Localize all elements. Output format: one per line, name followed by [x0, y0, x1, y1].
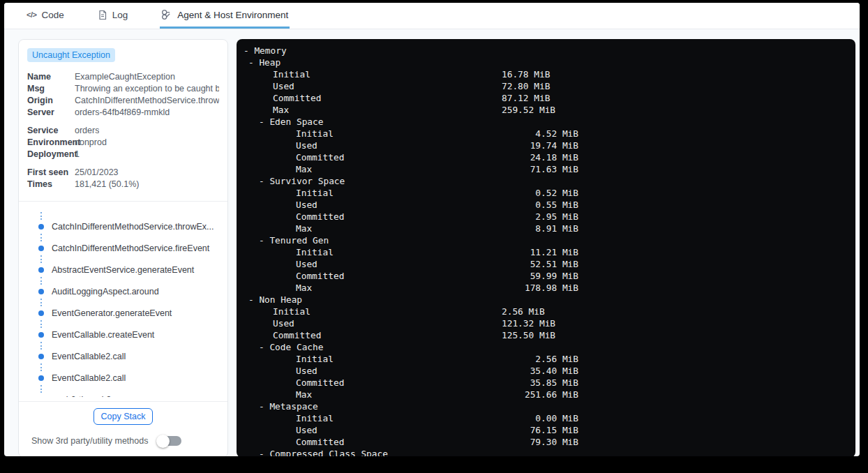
tree-value: 178.98 MiB — [502, 282, 578, 294]
tree-label: - Code Cache — [237, 342, 323, 352]
tab[interactable]: Log — [96, 3, 130, 29]
connector-dots-icon — [27, 275, 219, 287]
stack-frame-item: → EventCallable2.call — [27, 361, 219, 383]
field-value: Throwing an exception to be caught by a … — [75, 83, 219, 95]
field-value: CatchInDifferentMethodService.throwExcep — [75, 95, 219, 107]
tree-label: Initial — [237, 188, 334, 198]
tree-row: Initial 16.78 MiB — [237, 68, 855, 80]
stack-frame[interactable]: → CatchInDifferentMethodService.throwEx.… — [27, 222, 219, 232]
tree-value: 52.51 MiB — [502, 258, 578, 270]
field-row: First seen 25/01/2023 — [27, 167, 219, 179]
field-row: Origin CatchInDifferentMethodService.thr… — [27, 95, 219, 107]
stack-frame[interactable]: → AbstractEventService.generateEvent — [27, 265, 219, 275]
tree-row: Initial 0.00 MiB — [237, 412, 855, 424]
tree-row: Used 76.15 MiB — [237, 424, 855, 436]
tree-value: 79.30 MiB — [502, 436, 578, 448]
tree-label: Used — [237, 259, 317, 269]
tree-row: Used 35.40 MiB — [237, 365, 855, 377]
stack-frame[interactable]: → AuditLoggingAspect.around — [27, 287, 219, 296]
field-value: nonprod — [75, 137, 107, 149]
tree-row: Max 251.66 MiB — [237, 389, 855, 400]
field-value: ExampleCaughtException — [75, 71, 175, 83]
connector-dots-icon — [27, 232, 219, 243]
field-label: First seen — [27, 167, 75, 179]
field-label: Origin — [27, 95, 75, 107]
tree-row: Committed 79.30 MiB — [237, 436, 855, 448]
tree-value: 11.21 MiB — [502, 246, 578, 258]
field-value: orders-64fb4f869-mmkld — [75, 107, 170, 119]
field-row: Environment nonprod — [27, 137, 219, 149]
tree-row: Committed 59.99 MiB — [237, 270, 855, 282]
frame-dot-icon — [38, 354, 44, 359]
tree-label: - Metaspace — [237, 401, 318, 412]
field-label: Service — [27, 125, 75, 137]
tree-label: Initial — [237, 413, 334, 423]
tree-label: - Non Heap — [237, 294, 302, 305]
tree-label: - Eden Space — [237, 117, 323, 127]
field-row: Deployment 1 — [27, 149, 219, 160]
exception-panel: Uncaught Exception Name ExampleCaughtExc… — [18, 39, 228, 456]
stack-frame[interactable]: → EventCallable2.call — [27, 373, 219, 383]
tab[interactable]: Agent & Host Environment — [160, 3, 290, 29]
tree-row: Committed 35.85 MiB — [237, 377, 855, 389]
stack-frame-label: EventGenerator.generateEvent — [52, 308, 172, 318]
connector-dots-icon — [27, 318, 219, 330]
tree-row: Committed 24.18 MiB — [237, 151, 855, 163]
stack-frame-label: EventCallable2.call — [52, 352, 126, 361]
tree-row: Committed 87.12 MiB — [237, 92, 855, 104]
tree-row: - Metaspace — [237, 400, 855, 412]
exception-env-fields: Service orders Environment nonprod Deplo… — [27, 125, 219, 160]
frame-dot-icon — [38, 246, 44, 251]
app-window: </> Code Log Agent & Host Environment Un… — [4, 3, 860, 456]
tree-row: Used 0.55 MiB — [237, 199, 855, 211]
field-label: Name — [27, 71, 75, 83]
copy-stack-button[interactable]: Copy Stack — [93, 408, 154, 425]
tab-label: Log — [112, 10, 128, 20]
tree-label: - Tenured Gen — [237, 235, 329, 246]
tree-label: Used — [237, 200, 317, 210]
tab[interactable]: </> Code — [25, 3, 66, 29]
tree-row: - Compressed Class Space — [237, 448, 855, 456]
stack-frame[interactable]: → CatchInDifferentMethodService.fireEven… — [27, 243, 219, 253]
tree-label: Committed — [237, 211, 344, 222]
tree-value: 2.56 MiB — [502, 306, 545, 317]
tree-value: 8.91 MiB — [502, 223, 578, 234]
stack-frame-label: AuditLoggingAspect.around — [52, 287, 159, 296]
third-party-toggle[interactable] — [158, 436, 181, 446]
stack-frame[interactable]: → EventGenerator.generateEvent — [27, 308, 219, 318]
tree-label: Committed — [237, 152, 344, 163]
tree-label: - Compressed Class Space — [237, 449, 388, 456]
tree-row: Used 72.80 MiB — [237, 80, 855, 92]
stack-frame[interactable]: → EventCallable2.call — [27, 352, 219, 361]
tree-value: 87.12 MiB — [502, 92, 550, 104]
stack-frame-item: → pool-2-thread-3 — [27, 383, 219, 397]
field-label: Environment — [27, 137, 75, 149]
field-row: Service orders — [27, 125, 219, 137]
tree-value: 2.95 MiB — [502, 211, 578, 223]
tree-label: Max — [237, 223, 312, 234]
tree-row: Initial 2.56 MiB — [237, 306, 855, 317]
connector-dots-icon — [27, 210, 219, 222]
memory-tree-panel[interactable]: - Memory - Heap Initial 16.78 MiB Used 7… — [237, 39, 855, 456]
tree-value: 71.63 MiB — [502, 163, 578, 175]
tree-value: 259.52 MiB — [502, 104, 555, 116]
connector-dots-icon — [27, 361, 219, 373]
tree-row: - Memory — [237, 45, 855, 57]
tree-label: Used — [237, 425, 317, 435]
tree-value: 35.85 MiB — [502, 377, 578, 389]
tab-label: Code — [41, 10, 63, 20]
stack-frame[interactable]: → EventCallable.createEvent — [27, 330, 219, 340]
exception-main-fields: Name ExampleCaughtException Msg Throwing… — [27, 71, 219, 119]
tree-value: 125.50 MiB — [502, 329, 555, 341]
tree-row: Used 121.32 MiB — [237, 317, 855, 329]
stack-frame-item: → EventGenerator.generateEvent — [27, 296, 219, 318]
tree-value: 0.55 MiB — [502, 199, 578, 211]
tree-value: 59.99 MiB — [502, 270, 578, 282]
stack-frame[interactable]: → pool-2-thread-3 — [27, 395, 219, 397]
tree-label: Committed — [237, 93, 321, 103]
third-party-toggle-row: Show 3rd party/utility methods — [31, 436, 219, 446]
tab-icon: </> — [27, 10, 36, 19]
tree-row: - Tenured Gen — [237, 234, 855, 246]
field-row: Msg Throwing an exception to be caught b… — [27, 83, 219, 95]
tree-label: Used — [237, 140, 317, 151]
